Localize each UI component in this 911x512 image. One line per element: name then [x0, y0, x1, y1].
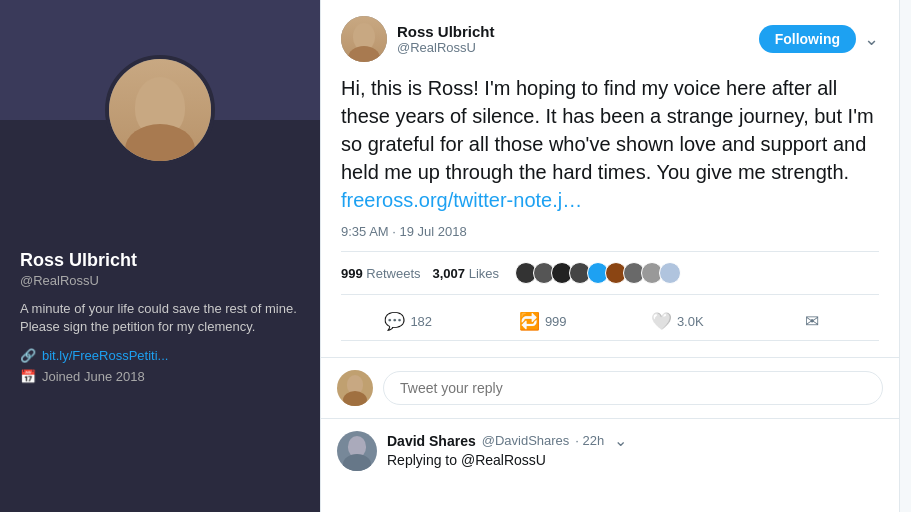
retweet-icon: 🔁 [519, 311, 540, 332]
likers-avatars [515, 262, 681, 284]
tweet-user-info: Ross Ulbricht @RealRossU [397, 23, 759, 55]
likes-stat: 3,007 Likes [433, 266, 500, 281]
sidebar-link[interactable]: 🔗 bit.ly/FreeRossPetiti... [20, 348, 300, 363]
retweet-action-count: 999 [545, 314, 567, 329]
next-tweet-content: David Shares @DavidShares · 22h ⌄ Replyi… [387, 431, 627, 468]
next-tweet-name: David Shares [387, 433, 476, 449]
tweet-stats-row: 999 Retweets 3,007 Likes [341, 251, 879, 295]
main-tweet-card: Ross Ulbricht @RealRossU Following ⌄ Hi,… [321, 0, 899, 358]
reply-count: 182 [410, 314, 432, 329]
sidebar-avatar-wrapper [105, 55, 215, 165]
next-tweet-avatar [337, 431, 377, 471]
next-tweet-header: David Shares @DavidShares · 22h ⌄ [387, 431, 627, 450]
sidebar-avatar [105, 55, 215, 165]
tweet-body: Hi, this is Ross! I'm hoping to find my … [341, 74, 879, 214]
sidebar-info: Ross Ulbricht @RealRossU A minute of you… [0, 250, 320, 404]
avatar-image [109, 59, 211, 161]
reply-input[interactable] [383, 371, 883, 405]
tweet-user-handle: @RealRossU [397, 40, 759, 55]
reply-icon: 💬 [384, 311, 405, 332]
heart-icon: 🤍 [651, 311, 672, 332]
sidebar-joined: 📅 Joined June 2018 [20, 369, 300, 384]
chevron-down-icon[interactable]: ⌄ [864, 28, 879, 50]
next-tweet-handle: @DavidShares [482, 433, 570, 448]
sidebar-user-handle: @RealRossU [20, 273, 300, 288]
dm-icon: ✉ [805, 311, 819, 332]
tweet-author-avatar [341, 16, 387, 62]
retweet-count: 999 [341, 266, 363, 281]
tweet-user-name: Ross Ulbricht [397, 23, 759, 40]
sidebar-bio: A minute of your life could save the res… [20, 300, 300, 336]
next-tweet-preview: David Shares @DavidShares · 22h ⌄ Replyi… [321, 419, 899, 483]
right-panel-peek [899, 0, 911, 512]
tweet-link[interactable]: freeross.org/twitter-note.j… [341, 189, 582, 211]
sidebar-user-name: Ross Ulbricht [20, 250, 300, 271]
tweet-header: Ross Ulbricht @RealRossU Following ⌄ [341, 16, 879, 62]
next-tweet-chevron-icon: ⌄ [614, 431, 627, 450]
tweet-header-actions: Following ⌄ [759, 25, 879, 53]
link-icon: 🔗 [20, 348, 36, 363]
reply-avatar [337, 370, 373, 406]
calendar-icon: 📅 [20, 369, 36, 384]
likes-count: 3,007 [433, 266, 466, 281]
like-action[interactable]: 🤍 3.0K [610, 311, 745, 332]
liker-avatar [659, 262, 681, 284]
reply-action[interactable]: 💬 182 [341, 311, 476, 332]
sidebar: Ross Ulbricht @RealRossU A minute of you… [0, 0, 320, 512]
retweet-stat: 999 Retweets [341, 266, 421, 281]
main-panel: Ross Ulbricht @RealRossU Following ⌄ Hi,… [320, 0, 899, 512]
dm-action[interactable]: ✉ [745, 311, 880, 332]
retweet-action[interactable]: 🔁 999 [476, 311, 611, 332]
like-action-count: 3.0K [677, 314, 704, 329]
next-tweet-text: Replying to @RealRossU [387, 452, 627, 468]
next-tweet-time: · 22h [575, 433, 604, 448]
reply-box [321, 358, 899, 419]
tweet-timestamp: 9:35 AM · 19 Jul 2018 [341, 224, 879, 239]
following-button[interactable]: Following [759, 25, 856, 53]
tweet-action-row: 💬 182 🔁 999 🤍 3.0K ✉ [341, 303, 879, 341]
tweet-text: Hi, this is Ross! I'm hoping to find my … [341, 77, 874, 183]
tweet-avatar-image [341, 16, 387, 62]
